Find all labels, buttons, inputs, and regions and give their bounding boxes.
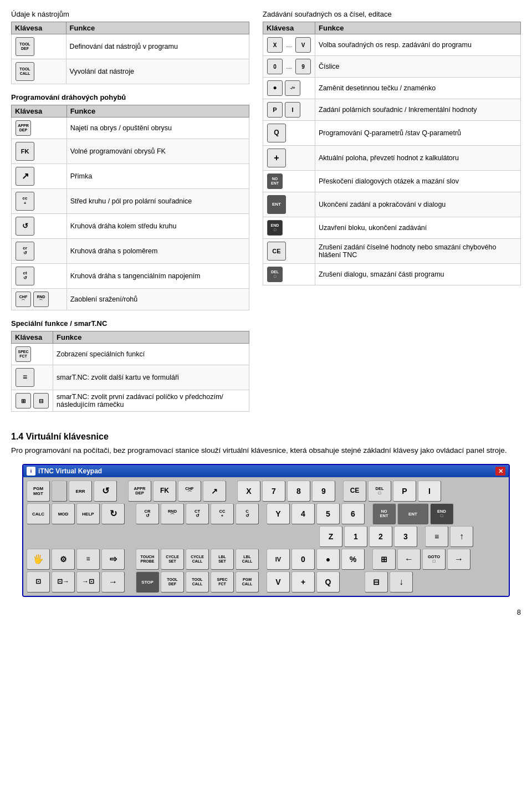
kp-calc[interactable]: CALC	[27, 503, 50, 524]
kp-arrow-right[interactable]: →	[447, 549, 470, 570]
key-appr-dep: APPRDEP	[16, 120, 31, 136]
kp-num-8[interactable]: 8	[287, 481, 310, 502]
kp-mod[interactable]: MOD	[52, 503, 75, 524]
key-del: DEL□	[267, 267, 283, 282]
kp-key-q[interactable]: Q	[316, 571, 340, 593]
kp-no-ent[interactable]: NOENT	[372, 503, 396, 524]
kp-box-icon[interactable]: ⊞	[372, 549, 396, 570]
kp-fk[interactable]: FK	[153, 481, 176, 502]
col-header-func-1: Funkce	[66, 22, 249, 34]
kp-num-4[interactable]: 4	[291, 503, 315, 524]
kp-menu-icon[interactable]: ≡	[76, 549, 100, 570]
tools-table: Klávesa Funkce TOOLDEF Definování dat ná…	[11, 22, 249, 84]
kp-num-0[interactable]: 0	[291, 549, 315, 570]
kp-gear-icon[interactable]: ⚙	[52, 549, 75, 570]
func-cell: smarT.NC: zvolit první zadávací políčko …	[53, 390, 249, 412]
kp-arrow-left[interactable]: ←	[397, 549, 421, 570]
kp-lbl-set[interactable]: LBLSET	[211, 549, 234, 570]
keypad-title: iTNC Virtual Keypad	[38, 467, 102, 475]
key-ent: ENT	[267, 195, 286, 214]
kp-rotate2-icon[interactable]: ↻	[101, 503, 125, 524]
kp-axis-z[interactable]: Z	[319, 526, 342, 547]
kp-num-1[interactable]: 1	[344, 526, 367, 547]
kp-lbl-call[interactable]: LBLCALL	[236, 549, 259, 570]
kp-axis-v[interactable]: V	[267, 571, 290, 593]
kp-axis-iv[interactable]: IV	[267, 549, 290, 570]
kp-line-icon[interactable]: ↗	[203, 481, 226, 502]
kp-cc[interactable]: CC+	[211, 503, 234, 524]
kp-num-5[interactable]: 5	[316, 503, 340, 524]
key-pair-smartnc: ⊞ ⊟	[15, 392, 49, 409]
close-button[interactable]: ✕	[495, 467, 505, 476]
kp-touch-probe[interactable]: TOUCHPROBE	[136, 549, 159, 570]
kp-axis-y[interactable]: Y	[267, 503, 290, 524]
titlebar-app-icon: i	[27, 467, 35, 476]
kp-err[interactable]: ERR	[69, 481, 92, 502]
kp-pgm-mgt[interactable]: PGMMGT	[27, 481, 50, 502]
kp-page-next-l[interactable]: →⊡	[76, 571, 100, 593]
kp-arrow-right-2[interactable]: →	[101, 571, 125, 593]
key-pair-pi: P I	[267, 101, 311, 118]
kp-page-prev[interactable]: ⊡	[27, 571, 50, 593]
func-cell: Přeskočení dialogových otázek a mazání s…	[315, 171, 521, 192]
func-cell: Volné programování obrysů FK	[66, 139, 249, 164]
kp-key-i[interactable]: I	[418, 481, 441, 502]
kp-pgm-call[interactable]: PGMCALL	[236, 571, 259, 593]
kp-axis-x[interactable]: X	[237, 481, 260, 502]
kp-arrow-down[interactable]: ↓	[390, 571, 413, 593]
kp-goto[interactable]: GOTO□	[422, 549, 446, 570]
kp-cr[interactable]: CR↺	[136, 503, 159, 524]
kp-help[interactable]: HELP	[76, 503, 100, 524]
key-cell: 0 … 9	[263, 56, 315, 78]
key-cell: CE	[263, 239, 315, 264]
func-cell: Zaoblení sražení/rohů	[66, 289, 249, 310]
kp-spec-fct[interactable]: SPECFCT	[211, 571, 234, 593]
kp-del[interactable]: DEL□	[368, 481, 391, 502]
kp-page-next-r[interactable]: ⊡→	[52, 571, 75, 593]
kp-num-2[interactable]: 2	[369, 526, 392, 547]
col-header-func-3: Funkce	[53, 331, 249, 344]
kp-ct[interactable]: CT↺	[186, 503, 209, 524]
key-cell: END□	[263, 217, 315, 239]
kp-num-7[interactable]: 7	[262, 481, 285, 502]
kp-blank-1[interactable]	[52, 481, 67, 502]
kp-arrow-right-prog[interactable]: ⇨	[101, 549, 125, 570]
kp-plus[interactable]: +	[291, 571, 315, 593]
key-pair-dot-sign: ● -/+	[267, 80, 311, 96]
kp-tool-def[interactable]: TOOLDEF	[161, 571, 184, 593]
kp-num-6[interactable]: 6	[341, 503, 365, 524]
func-cell: Definování dat nástrojů v programu	[66, 34, 249, 59]
kp-appr-dep[interactable]: APPRDEP	[128, 481, 151, 502]
kp-key-p[interactable]: P	[393, 481, 416, 502]
kp-ent[interactable]: ENT	[397, 503, 428, 524]
key-x: X	[267, 37, 283, 53]
kp-ce[interactable]: CE	[343, 481, 366, 502]
key-circle-tangent: ct↺	[16, 267, 34, 285]
kp-num-9[interactable]: 9	[312, 481, 335, 502]
kp-rnd[interactable]: RND⌒	[161, 503, 184, 524]
table-row: cc+ Střed kruhu / pól pro polární souřad…	[12, 189, 249, 214]
kp-stop[interactable]: STOP	[136, 571, 159, 593]
kp-cycle-call[interactable]: CYCLECALL	[186, 549, 209, 570]
kp-chf[interactable]: CHF⌒	[178, 481, 201, 502]
table-row: Q Programování Q-parametrů /stav Q-param…	[263, 121, 521, 146]
kp-c-arc[interactable]: C↺	[236, 503, 259, 524]
kp-dot[interactable]: ●	[316, 549, 340, 570]
movement-table: Klávesa Funkce APPRDEP Najetí na obrys /…	[11, 105, 249, 310]
table-row: ≡ smarT.NC: zvolit další kartu ve formul…	[12, 365, 249, 390]
table-row: + Aktuální poloha, převzetí hodnot z kal…	[263, 146, 521, 171]
func-cell: Aktuální poloha, převzetí hodnot z kalku…	[315, 146, 521, 171]
func-cell: Volba souřadných os resp. zadávání do pr…	[315, 34, 521, 56]
kp-rotate-icon[interactable]: ↺	[94, 481, 117, 502]
kp-num-3[interactable]: 3	[394, 526, 417, 547]
section-title-3: Speciální funkce / smarT.NC	[11, 319, 249, 328]
key-circle-radius: cr↺	[16, 242, 34, 261]
kp-page-icon[interactable]: ≡	[425, 526, 448, 547]
kp-cycle-set[interactable]: CYCLESET	[161, 549, 184, 570]
kp-box-minus[interactable]: ⊟	[365, 571, 388, 593]
kp-tool-call[interactable]: TOOLCALL	[186, 571, 209, 593]
kp-hand-icon[interactable]: 🖐	[27, 549, 50, 570]
kp-end[interactable]: END□	[430, 503, 453, 524]
kp-percent[interactable]: %	[341, 549, 365, 570]
kp-arrow-up[interactable]: ↑	[450, 526, 473, 547]
